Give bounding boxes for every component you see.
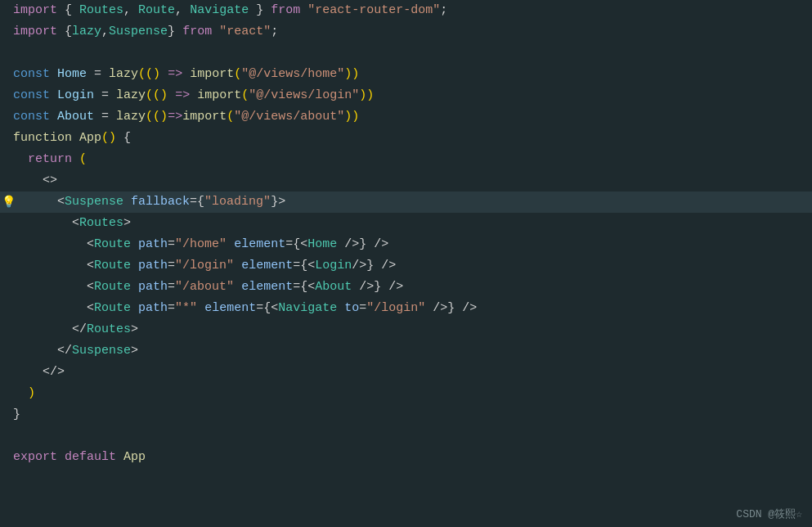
code-line-20: }	[0, 404, 812, 426]
line-content-16: </Routes>	[0, 320, 812, 340]
code-line-14: <Route path="/about" element={<About />}…	[0, 277, 812, 298]
code-line-15: <Route path="*" element={<Navigate to="/…	[0, 298, 812, 319]
line-content-4: const Home = lazy(() => import("@/views/…	[0, 65, 812, 84]
code-line-3	[0, 43, 812, 64]
code-editor: import { Routes, Route, Navigate } from …	[0, 0, 812, 468]
line-content-9: <>	[0, 171, 812, 191]
line-content-11: <Routes>	[0, 214, 812, 233]
attribution-text: CSDN @筱熙☆	[736, 508, 802, 520]
code-line-1: import { Routes, Route, Navigate } from …	[0, 0, 812, 21]
line-content-13: <Route path="/login" element={<Login/>} …	[0, 256, 812, 276]
code-line-5: const Login = lazy(() => import("@/views…	[0, 85, 812, 106]
line-content-12: <Route path="/home" element={<Home />} /…	[0, 235, 812, 254]
line-content-14: <Route path="/about" element={<About />}…	[0, 277, 812, 297]
line-content-10: <Suspense fallback={"loading"}>	[0, 192, 812, 212]
line-content-5: const Login = lazy(() => import("@/views…	[0, 86, 812, 106]
code-line-18: </>	[0, 362, 812, 383]
line-content-7: function App() {	[0, 128, 812, 148]
bulb-icon: 💡	[2, 193, 16, 211]
code-line-17: </Suspense>	[0, 340, 812, 362]
line-content-20: }	[0, 405, 812, 425]
code-line-9: <>	[0, 170, 812, 191]
code-line-4: const Home = lazy(() => import("@/views/…	[0, 64, 812, 85]
line-content-17: </Suspense>	[0, 341, 812, 361]
code-line-12: <Route path="/home" element={<Home />} /…	[0, 234, 812, 255]
code-line-6: const About = lazy(()=>import("@/views/a…	[0, 106, 812, 128]
code-line-21	[0, 426, 812, 447]
line-content-1: import { Routes, Route, Navigate } from …	[0, 1, 812, 20]
line-content-8: return (	[0, 150, 812, 169]
line-content-3	[0, 43, 812, 63]
code-line-8: return (	[0, 149, 812, 170]
code-line-11: <Routes>	[0, 213, 812, 234]
code-line-7: function App() {	[0, 128, 812, 149]
line-content-22: export default App	[0, 448, 812, 467]
code-line-2: import {lazy,Suspense} from "react";	[0, 21, 812, 43]
code-line-13: <Route path="/login" element={<Login/>} …	[0, 255, 812, 277]
code-line-10: 💡 <Suspense fallback={"loading"}>	[0, 191, 812, 213]
line-content-19: )	[0, 384, 812, 403]
line-content-21	[0, 426, 812, 446]
bottom-bar: CSDN @筱熙☆	[726, 503, 812, 527]
line-content-18: </>	[0, 363, 812, 382]
code-line-19: )	[0, 383, 812, 404]
code-line-22: export default App	[0, 447, 812, 468]
line-content-15: <Route path="*" element={<Navigate to="/…	[0, 299, 812, 318]
line-content-6: const About = lazy(()=>import("@/views/a…	[0, 107, 812, 127]
code-line-16: </Routes>	[0, 319, 812, 340]
line-content-2: import {lazy,Suspense} from "react";	[0, 22, 812, 42]
